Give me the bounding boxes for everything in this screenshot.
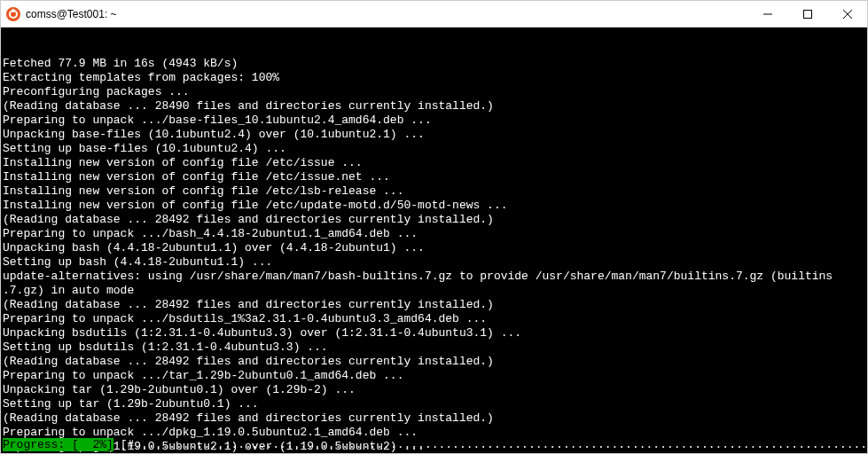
svg-rect-1 — [803, 10, 811, 18]
terminal-line: Installing new version of config file /e… — [3, 184, 865, 199]
terminal-line: Unpacking tar (1.29b-2ubuntu0.1) over (1… — [3, 383, 865, 397]
progress-label: Progress: [ 2%] — [3, 438, 113, 451]
terminal-line: Preconfiguring packages ... — [3, 85, 865, 99]
terminal-line: Preparing to unpack .../bash_4.4.18-2ubu… — [3, 227, 865, 241]
terminal-output[interactable]: Fetched 77.9 MB in 16s (4943 kB/s)Extrac… — [1, 27, 867, 453]
terminal-line: Setting up base-files (10.1ubuntu2.4) ..… — [3, 142, 865, 156]
terminal-line: (Reading database ... 28490 files and di… — [3, 99, 865, 114]
terminal-line: Installing new version of config file /e… — [3, 199, 865, 213]
terminal-line: Setting up bash (4.4.18-2ubuntu1.1) ... — [3, 255, 865, 270]
terminal-line: Extracting templates from packages: 100% — [3, 71, 865, 85]
terminal-window: comss@Test001: ~ Fetched 77.9 MB in 16s … — [0, 0, 868, 454]
terminal-line: (Reading database ... 28492 files and di… — [3, 213, 865, 227]
terminal-line: Preparing to unpack .../bsdutils_1%3a2.3… — [3, 312, 865, 326]
terminal-line: Preparing to unpack .../tar_1.29b-2ubunt… — [3, 369, 865, 383]
terminal-line: Setting up bsdutils (1:2.31.1-0.4ubuntu3… — [3, 340, 865, 355]
window-title: comss@Test001: ~ — [26, 8, 747, 20]
terminal-line: .7.gz) in auto mode — [3, 284, 865, 298]
terminal-line: Unpacking base-files (10.1ubuntu2.4) ove… — [3, 128, 865, 142]
terminal-line: Unpacking bash (4.4.18-2ubuntu1.1) over … — [3, 241, 865, 255]
terminal-line: (Reading database ... 28492 files and di… — [3, 411, 865, 426]
terminal-line: Installing new version of config file /e… — [3, 156, 865, 170]
title-bar: comss@Test001: ~ — [1, 1, 867, 27]
progress-row: Progress: [ 2%] [#......................… — [1, 438, 867, 453]
terminal-line: Fetched 77.9 MB in 16s (4943 kB/s) — [3, 57, 865, 71]
minimize-button[interactable] — [747, 1, 787, 27]
close-button[interactable] — [827, 1, 867, 27]
ubuntu-icon — [6, 7, 20, 21]
progress-bar: [#......................................… — [113, 438, 867, 451]
terminal-line: Unpacking bsdutils (1:2.31.1-0.4ubuntu3.… — [3, 326, 865, 340]
window-controls — [747, 1, 867, 27]
terminal-line: (Reading database ... 28492 files and di… — [3, 298, 865, 312]
terminal-line: (Reading database ... 28492 files and di… — [3, 355, 865, 369]
terminal-line: Setting up tar (1.29b-2ubuntu0.1) ... — [3, 397, 865, 411]
terminal-lines: Fetched 77.9 MB in 16s (4943 kB/s)Extrac… — [3, 57, 865, 453]
terminal-line: Preparing to unpack .../base-files_10.1u… — [3, 114, 865, 128]
maximize-button[interactable] — [787, 1, 827, 27]
terminal-line: update-alternatives: using /usr/share/ma… — [3, 270, 865, 284]
terminal-line: Installing new version of config file /e… — [3, 170, 865, 184]
